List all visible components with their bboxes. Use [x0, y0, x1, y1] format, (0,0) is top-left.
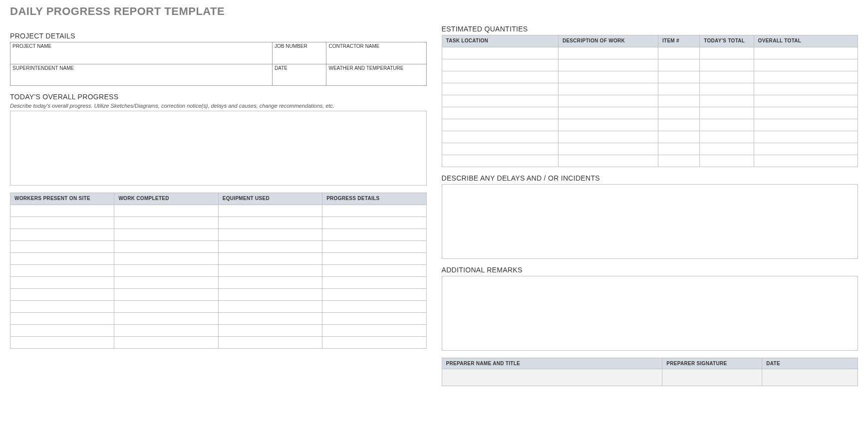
progress-cell[interactable]: [322, 241, 426, 253]
progress-cell[interactable]: [218, 337, 322, 349]
qty-cell[interactable]: [658, 47, 699, 59]
qty-cell[interactable]: [658, 155, 699, 167]
qty-cell[interactable]: [754, 107, 858, 119]
progress-cell[interactable]: [114, 337, 218, 349]
qty-cell[interactable]: [558, 131, 658, 143]
qty-cell[interactable]: [442, 71, 558, 83]
qty-cell[interactable]: [658, 107, 699, 119]
progress-cell[interactable]: [322, 205, 426, 217]
qty-cell[interactable]: [558, 83, 658, 95]
progress-cell[interactable]: [322, 289, 426, 301]
progress-cell[interactable]: [10, 205, 114, 217]
qty-cell[interactable]: [558, 95, 658, 107]
qty-cell[interactable]: [700, 107, 754, 119]
progress-cell[interactable]: [114, 241, 218, 253]
progress-cell[interactable]: [114, 325, 218, 337]
progress-cell[interactable]: [218, 301, 322, 313]
progress-cell[interactable]: [10, 277, 114, 289]
qty-cell[interactable]: [658, 95, 699, 107]
qty-cell[interactable]: [700, 83, 754, 95]
qty-cell[interactable]: [558, 143, 658, 155]
progress-cell[interactable]: [218, 205, 322, 217]
qty-cell[interactable]: [558, 119, 658, 131]
superintendent-input[interactable]: [10, 72, 273, 86]
remarks-box[interactable]: [442, 276, 859, 351]
progress-cell[interactable]: [218, 253, 322, 265]
weather-input[interactable]: [326, 72, 426, 86]
progress-cell[interactable]: [218, 217, 322, 229]
progress-cell[interactable]: [322, 313, 426, 325]
preparer-signature-input[interactable]: [662, 369, 762, 386]
progress-cell[interactable]: [322, 337, 426, 349]
progress-cell[interactable]: [322, 325, 426, 337]
qty-cell[interactable]: [754, 155, 858, 167]
qty-cell[interactable]: [754, 47, 858, 59]
contractor-name-input[interactable]: [326, 50, 426, 64]
progress-cell[interactable]: [114, 313, 218, 325]
progress-cell[interactable]: [114, 277, 218, 289]
qty-cell[interactable]: [442, 59, 558, 71]
progress-cell[interactable]: [10, 337, 114, 349]
progress-cell[interactable]: [218, 277, 322, 289]
qty-cell[interactable]: [658, 71, 699, 83]
qty-cell[interactable]: [558, 71, 658, 83]
qty-cell[interactable]: [658, 143, 699, 155]
qty-cell[interactable]: [442, 83, 558, 95]
progress-cell[interactable]: [322, 265, 426, 277]
qty-cell[interactable]: [700, 131, 754, 143]
progress-cell[interactable]: [10, 253, 114, 265]
qty-cell[interactable]: [558, 155, 658, 167]
qty-cell[interactable]: [700, 155, 754, 167]
qty-cell[interactable]: [442, 131, 558, 143]
qty-cell[interactable]: [754, 59, 858, 71]
qty-cell[interactable]: [558, 107, 658, 119]
progress-cell[interactable]: [114, 205, 218, 217]
progress-cell[interactable]: [218, 229, 322, 241]
qty-cell[interactable]: [700, 143, 754, 155]
progress-cell[interactable]: [114, 265, 218, 277]
progress-cell[interactable]: [10, 217, 114, 229]
progress-cell[interactable]: [10, 241, 114, 253]
qty-cell[interactable]: [700, 95, 754, 107]
delays-box[interactable]: [442, 184, 859, 259]
qty-cell[interactable]: [442, 107, 558, 119]
progress-cell[interactable]: [10, 265, 114, 277]
qty-cell[interactable]: [700, 59, 754, 71]
qty-cell[interactable]: [442, 119, 558, 131]
progress-cell[interactable]: [10, 229, 114, 241]
qty-cell[interactable]: [658, 131, 699, 143]
progress-cell[interactable]: [10, 301, 114, 313]
progress-cell[interactable]: [218, 241, 322, 253]
progress-cell[interactable]: [218, 265, 322, 277]
progress-cell[interactable]: [218, 313, 322, 325]
progress-cell[interactable]: [322, 253, 426, 265]
progress-cell[interactable]: [10, 289, 114, 301]
overall-progress-box[interactable]: [10, 111, 427, 186]
project-name-input[interactable]: [10, 50, 273, 64]
qty-cell[interactable]: [700, 47, 754, 59]
date-input[interactable]: [273, 72, 326, 86]
progress-cell[interactable]: [114, 289, 218, 301]
progress-cell[interactable]: [114, 229, 218, 241]
progress-cell[interactable]: [322, 301, 426, 313]
progress-cell[interactable]: [10, 325, 114, 337]
qty-cell[interactable]: [754, 83, 858, 95]
qty-cell[interactable]: [700, 71, 754, 83]
progress-cell[interactable]: [114, 217, 218, 229]
qty-cell[interactable]: [754, 71, 858, 83]
qty-cell[interactable]: [558, 59, 658, 71]
progress-cell[interactable]: [322, 277, 426, 289]
qty-cell[interactable]: [700, 119, 754, 131]
qty-cell[interactable]: [658, 119, 699, 131]
qty-cell[interactable]: [658, 59, 699, 71]
progress-cell[interactable]: [322, 229, 426, 241]
qty-cell[interactable]: [754, 143, 858, 155]
qty-cell[interactable]: [754, 95, 858, 107]
qty-cell[interactable]: [558, 47, 658, 59]
signoff-date-input[interactable]: [762, 369, 858, 386]
qty-cell[interactable]: [442, 155, 558, 167]
qty-cell[interactable]: [658, 83, 699, 95]
progress-cell[interactable]: [322, 217, 426, 229]
qty-cell[interactable]: [754, 131, 858, 143]
progress-cell[interactable]: [114, 253, 218, 265]
